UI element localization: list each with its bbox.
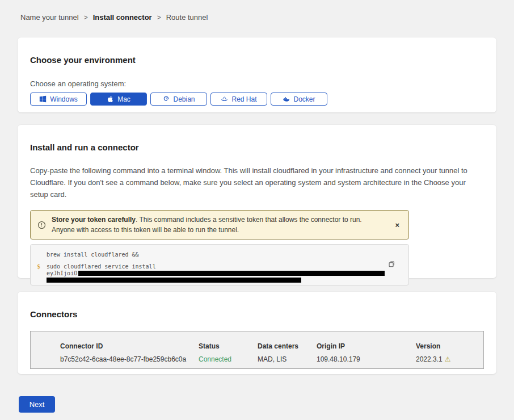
docker-icon — [283, 95, 290, 103]
os-button-label: Mac — [117, 95, 130, 103]
alert-circle-icon — [37, 221, 46, 229]
code-line: $ sudo cloudflared service install — [31, 263, 408, 270]
status-badge: Connected — [199, 355, 258, 363]
close-icon[interactable]: × — [391, 221, 403, 229]
os-button-label: Red Hat — [231, 95, 256, 103]
debian-icon — [162, 95, 170, 103]
os-button-label: Windows — [50, 95, 78, 103]
tunnel-setup-content: Choose your environment Choose an operat… — [0, 37, 514, 413]
warning-text: Store your token carefully. This command… — [52, 215, 386, 235]
code-line: brew install cloudflared && — [31, 251, 408, 258]
redhat-icon — [221, 95, 228, 103]
windows-icon — [39, 95, 47, 103]
warning-banner: Store your token carefully. This command… — [30, 210, 409, 240]
environment-card: Choose your environment Choose an operat… — [18, 37, 496, 112]
environment-card-title: Choose your environment — [30, 55, 484, 65]
connectors-card-title: Connectors — [30, 309, 484, 319]
breadcrumb-step-route-tunnel[interactable]: Route tunnel — [166, 13, 208, 22]
code-text: sudo cloudflared service install — [47, 263, 156, 270]
table-row: b7c52c42-6caa-48ee-8c77-fbe259cb6c0a Con… — [31, 350, 483, 363]
os-button-mac[interactable]: Mac — [90, 93, 147, 106]
apple-icon — [107, 95, 114, 103]
os-button-group: Windows Mac Debian Red Hat — [30, 93, 484, 106]
breadcrumb-separator: > — [157, 14, 161, 22]
connectors-table: Connector ID Status Data centers Origin … — [30, 331, 484, 369]
code-line — [31, 276, 408, 283]
os-button-redhat[interactable]: Red Hat — [210, 93, 267, 106]
column-header-version: Version — [416, 342, 483, 350]
breadcrumb-step-name-your-tunnel[interactable]: Name your tunnel — [20, 13, 79, 22]
install-command-block: brew install cloudflared && $ sudo cloud… — [30, 244, 409, 285]
os-button-label: Docker — [293, 95, 315, 103]
copy-icon[interactable] — [387, 260, 396, 269]
breadcrumb-separator: > — [84, 14, 88, 22]
connectors-card: Connectors Connector ID Status Data cent… — [18, 292, 496, 374]
data-centers-value: MAD, LIS — [258, 355, 317, 363]
column-header-origin-ip: Origin IP — [317, 342, 416, 350]
install-card-title: Install and run a connector — [30, 142, 484, 152]
breadcrumb: Name your tunnel>Install connector>Route… — [0, 0, 514, 27]
column-header-connector-id: Connector ID — [60, 342, 199, 350]
breadcrumb-step-install-connector[interactable]: Install connector — [93, 13, 152, 22]
token-prefix: eyJhIjoiO — [47, 270, 77, 276]
install-description: Copy-paste the following command into a … — [30, 165, 484, 200]
os-button-docker[interactable]: Docker — [271, 93, 327, 106]
origin-ip-value: 109.48.10.179 — [317, 355, 416, 363]
os-select-label: Choose an operating system: — [30, 79, 484, 88]
code-text: brew install cloudflared && — [47, 251, 139, 258]
os-button-debian[interactable]: Debian — [150, 93, 207, 106]
footer-actions: Next — [18, 374, 496, 413]
os-button-label: Debian — [173, 95, 195, 103]
column-header-status: Status — [199, 342, 258, 350]
code-line: eyJhIjoiO — [31, 270, 408, 276]
warning-title: Store your token carefully — [52, 216, 136, 224]
column-header-data-centers: Data centers — [258, 342, 317, 350]
connector-id-value: b7c52c42-6caa-48ee-8c77-fbe259cb6c0a — [60, 355, 199, 363]
os-button-windows[interactable]: Windows — [30, 93, 87, 106]
version-value: 2022.3.1⚠ — [416, 355, 483, 363]
shell-prompt: $ — [31, 263, 47, 270]
install-connector-card: Install and run a connector Copy-paste t… — [18, 125, 496, 278]
redacted-token-bar — [78, 271, 385, 276]
version-warning-icon: ⚠ — [445, 355, 451, 363]
next-button[interactable]: Next — [19, 396, 55, 413]
redacted-token-bar — [47, 278, 301, 283]
table-header-row: Connector ID Status Data centers Origin … — [31, 331, 483, 350]
